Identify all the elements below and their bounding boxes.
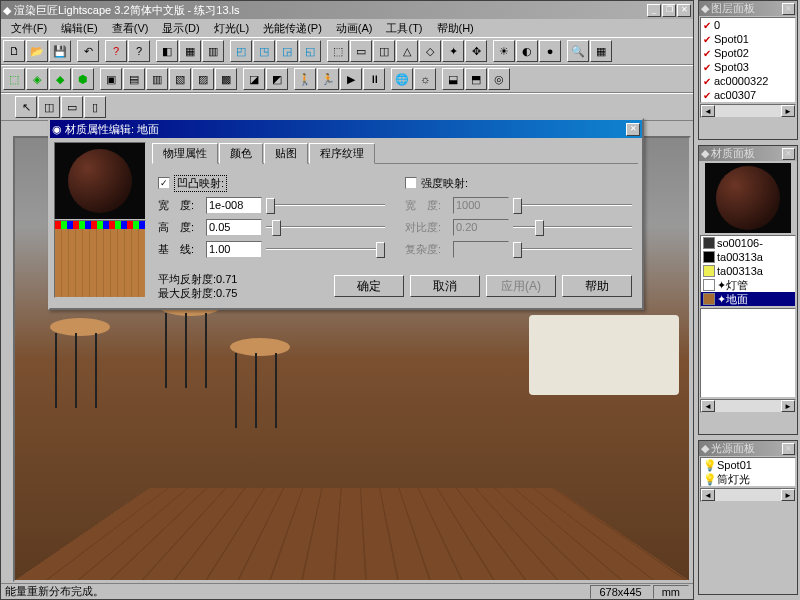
material-item[interactable]: ✦灯管	[701, 278, 795, 292]
tool-b-icon[interactable]: ▦	[179, 40, 201, 62]
height-slider[interactable]	[266, 218, 385, 236]
light3-icon[interactable]: ●	[539, 40, 561, 62]
light1-icon[interactable]: ☀	[493, 40, 515, 62]
minimize-button[interactable]: _	[647, 4, 661, 17]
nav1-icon[interactable]: ⬚	[327, 40, 349, 62]
light2-icon[interactable]: ◐	[516, 40, 538, 62]
intensity-checkbox[interactable]	[405, 177, 417, 189]
color1-icon[interactable]: ◪	[243, 68, 265, 90]
layer-item[interactable]: ✔Spot01	[701, 32, 795, 46]
layers-panel-title[interactable]: ◆ 图层面板 ✕	[699, 1, 797, 16]
cancel-button[interactable]: 取消	[410, 275, 480, 297]
material-item-selected[interactable]: ✦地面	[701, 292, 795, 306]
light-item[interactable]: 💡Spot01	[701, 458, 795, 472]
misc3-icon[interactable]: ◎	[488, 68, 510, 90]
tab-color[interactable]: 颜色	[219, 143, 263, 164]
nav6-icon[interactable]: ✦	[442, 40, 464, 62]
anim2-icon[interactable]: ⏸	[363, 68, 385, 90]
tab-texture[interactable]: 贴图	[264, 143, 308, 164]
context-help-icon[interactable]: ?	[128, 40, 150, 62]
tool-a-icon[interactable]: ◧	[156, 40, 178, 62]
grid-icon[interactable]: ▦	[590, 40, 612, 62]
tool-c-icon[interactable]: ▥	[202, 40, 224, 62]
new-icon[interactable]: 🗋	[3, 40, 25, 62]
sel3-icon[interactable]: ▯	[84, 96, 106, 118]
walk-icon[interactable]: 🚶	[294, 68, 316, 90]
panel-hscroll[interactable]: ◄►	[700, 488, 796, 502]
menu-tools[interactable]: 工具(T)	[380, 20, 428, 37]
nav3-icon[interactable]: ◫	[373, 40, 395, 62]
ok-button[interactable]: 确定	[334, 275, 404, 297]
help-button[interactable]: 帮助	[562, 275, 632, 297]
save-icon[interactable]: 💾	[49, 40, 71, 62]
height-input[interactable]	[206, 219, 262, 236]
width-input[interactable]	[206, 197, 262, 214]
render1-icon[interactable]: ▣	[100, 68, 122, 90]
anim1-icon[interactable]: ▶	[340, 68, 362, 90]
width-slider[interactable]	[266, 196, 385, 214]
cube3-icon[interactable]: ◲	[276, 40, 298, 62]
menu-help[interactable]: 帮助(H)	[431, 20, 480, 37]
menu-animation[interactable]: 动画(A)	[330, 20, 379, 37]
cube4-icon[interactable]: ◱	[299, 40, 321, 62]
materials-panel-title[interactable]: ◆ 材质面板 ✕	[699, 146, 797, 161]
wire3-icon[interactable]: ◆	[49, 68, 71, 90]
render3-icon[interactable]: ▥	[146, 68, 168, 90]
wire4-icon[interactable]: ⬢	[72, 68, 94, 90]
sel-arrow-icon[interactable]: ↖	[15, 96, 37, 118]
material-item[interactable]: ta00313a	[701, 250, 795, 264]
material-item[interactable]: so00106-	[701, 236, 795, 250]
zoom-icon[interactable]: 🔍	[567, 40, 589, 62]
wire2-icon[interactable]: ◈	[26, 68, 48, 90]
menu-view[interactable]: 查看(V)	[106, 20, 155, 37]
layer-item[interactable]: ✔ac0000322	[701, 74, 795, 88]
render4-icon[interactable]: ▧	[169, 68, 191, 90]
misc2-icon[interactable]: ⬒	[465, 68, 487, 90]
menu-display[interactable]: 显示(D)	[156, 20, 205, 37]
globe-icon[interactable]: 🌐	[391, 68, 413, 90]
dialog-titlebar[interactable]: ◉ 材质属性编辑: 地面 ✕	[50, 120, 642, 138]
close-button[interactable]: ✕	[677, 4, 691, 17]
lights-panel-title[interactable]: ◆ 光源面板 ✕	[699, 441, 797, 456]
base-input[interactable]	[206, 241, 262, 258]
menu-lights[interactable]: 灯光(L)	[208, 20, 255, 37]
cube2-icon[interactable]: ◳	[253, 40, 275, 62]
layer-item[interactable]: ✔0	[701, 18, 795, 32]
tab-physical[interactable]: 物理属性	[152, 143, 218, 164]
cube1-icon[interactable]: ◰	[230, 40, 252, 62]
undo-icon[interactable]: ↶	[77, 40, 99, 62]
panel-hscroll[interactable]: ◄►	[700, 399, 796, 413]
apply-button[interactable]: 应用(A)	[486, 275, 556, 297]
menu-radiosity[interactable]: 光能传递(P)	[257, 20, 328, 37]
wire1-icon[interactable]: ⬚	[3, 68, 25, 90]
lights-list[interactable]: 💡Spot01 💡筒灯光	[700, 457, 796, 487]
sun-icon[interactable]: ☼	[414, 68, 436, 90]
maximize-button[interactable]: ❐	[662, 4, 676, 17]
panel-close-icon[interactable]: ✕	[782, 443, 795, 455]
layer-item[interactable]: ✔Spot03	[701, 60, 795, 74]
menu-file[interactable]: 文件(F)	[5, 20, 53, 37]
nav5-icon[interactable]: ◇	[419, 40, 441, 62]
bump-checkbox[interactable]: ✓	[158, 177, 170, 189]
base-slider[interactable]	[266, 240, 385, 258]
panel-close-icon[interactable]: ✕	[782, 3, 795, 15]
panel-hscroll[interactable]: ◄►	[700, 104, 796, 118]
panel-close-icon[interactable]: ✕	[782, 148, 795, 160]
run-icon[interactable]: 🏃	[317, 68, 339, 90]
materials-list[interactable]: so00106- ta00313a ta00313a ✦灯管 ✦地面	[700, 235, 796, 307]
render5-icon[interactable]: ▨	[192, 68, 214, 90]
open-icon[interactable]: 📂	[26, 40, 48, 62]
render2-icon[interactable]: ▤	[123, 68, 145, 90]
layer-item[interactable]: ✔Spot02	[701, 46, 795, 60]
sel1-icon[interactable]: ◫	[38, 96, 60, 118]
sel2-icon[interactable]: ▭	[61, 96, 83, 118]
menu-edit[interactable]: 编辑(E)	[55, 20, 104, 37]
color2-icon[interactable]: ◩	[266, 68, 288, 90]
misc1-icon[interactable]: ⬓	[442, 68, 464, 90]
render6-icon[interactable]: ▩	[215, 68, 237, 90]
light-item[interactable]: 💡筒灯光	[701, 472, 795, 486]
move-icon[interactable]: ✥	[465, 40, 487, 62]
layer-item[interactable]: ✔ac00307	[701, 88, 795, 102]
nav4-icon[interactable]: △	[396, 40, 418, 62]
layers-list[interactable]: ✔0 ✔Spot01 ✔Spot02 ✔Spot03 ✔ac0000322 ✔a…	[700, 17, 796, 103]
